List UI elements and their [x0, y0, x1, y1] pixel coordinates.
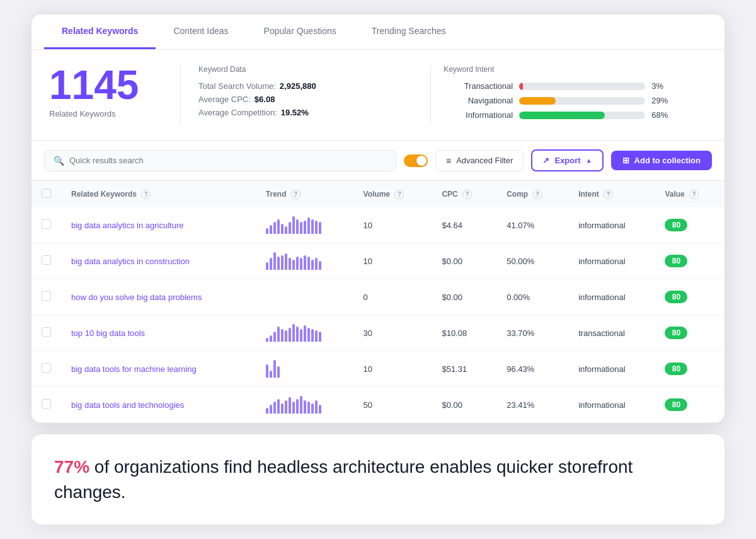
trend-bar: [270, 405, 272, 414]
add-to-collection-button[interactable]: ⊞ Add to collection: [611, 151, 712, 170]
trend-bar: [281, 224, 284, 234]
value-badge: 80: [665, 291, 687, 303]
keyword-intent-block: Keyword Intent Transactional 3% Navigati…: [430, 65, 707, 125]
intent-bar: [519, 97, 556, 105]
advanced-filter-button[interactable]: ≡ Advanced Filter: [435, 150, 524, 171]
trend-bar: [296, 399, 299, 414]
trend-chart: [266, 252, 343, 270]
avg-cpc-label: Average CPC:: [198, 95, 251, 104]
col-volume-label: Volume: [364, 190, 390, 199]
intent-cell: informational: [568, 387, 655, 423]
trend-chart: [266, 324, 343, 342]
trend-bar: [307, 257, 310, 270]
tab-related-keywords[interactable]: Related Keywords: [44, 14, 156, 49]
trend-bar: [266, 228, 268, 234]
value-badge: 80: [665, 362, 687, 375]
trend-chart: [266, 288, 343, 306]
keyword-cell[interactable]: big data tools for machine learning: [61, 351, 256, 387]
trend-bar: [273, 332, 276, 342]
trend-bar: [292, 216, 295, 234]
trend-bar: [315, 330, 318, 342]
row-checkbox-cell: [32, 387, 61, 423]
intent-cell: transactional: [568, 315, 655, 351]
comp-cell: 0.00%: [496, 279, 568, 315]
trend-chart: [266, 216, 343, 234]
trend-bar: [315, 258, 318, 270]
volume-cell: 10: [353, 351, 432, 387]
row-checkbox-cell: [32, 315, 61, 351]
cpc-cell: $0.00: [432, 279, 496, 315]
col-cpc-label: CPC: [442, 190, 457, 199]
col-comp: Comp ?: [496, 181, 568, 207]
filter-toggle[interactable]: [404, 154, 428, 167]
trend-bar: [285, 330, 287, 342]
trend-bar: [273, 222, 276, 234]
export-button[interactable]: ↗ Export ▲: [531, 149, 603, 171]
col-value-help[interactable]: ?: [689, 190, 699, 199]
col-comp-help[interactable]: ?: [533, 190, 542, 199]
intent-pct: 68%: [651, 110, 674, 120]
intent-cell: informational: [568, 207, 655, 243]
col-intent-help[interactable]: ?: [604, 190, 613, 199]
trend-bar: [273, 360, 276, 378]
keyword-intent-title: Keyword Intent: [444, 65, 707, 74]
volume-cell: 10: [353, 207, 432, 243]
add-button-label: Add to collection: [634, 156, 701, 165]
trend-cell: [256, 387, 353, 423]
intent-pct: 29%: [651, 96, 674, 105]
trend-bar: [277, 366, 280, 378]
row-checkbox[interactable]: [42, 363, 51, 373]
row-checkbox[interactable]: [42, 219, 51, 229]
row-checkbox[interactable]: [42, 255, 51, 265]
row-checkbox[interactable]: [42, 291, 51, 301]
row-checkbox[interactable]: [42, 399, 51, 409]
trend-cell: [256, 243, 353, 279]
col-trend-help[interactable]: ?: [291, 190, 301, 199]
col-cpc-help[interactable]: ?: [462, 190, 472, 199]
trend-bar: [289, 328, 291, 342]
tab-content-ideas[interactable]: Content Ideas: [156, 14, 246, 49]
trend-bar: [296, 257, 299, 270]
keyword-count-label: Related Keywords: [49, 109, 163, 119]
trend-bar: [266, 338, 268, 342]
keyword-cell[interactable]: big data tools and technologies: [61, 387, 256, 423]
col-related-keywords-help[interactable]: ?: [141, 190, 151, 199]
col-volume-help[interactable]: ?: [394, 190, 404, 199]
table-row: top 10 big data tools 30 $10.08 33.70% t…: [32, 315, 724, 351]
trend-cell: [256, 351, 353, 387]
trend-bar: [319, 332, 321, 342]
search-input[interactable]: [69, 156, 387, 165]
keyword-data-block: Keyword Data Total Search Volume: 2,925,…: [198, 65, 418, 121]
trend-bar: [307, 328, 310, 342]
intent-bar-bg: [519, 112, 645, 119]
trend-bar: [319, 222, 321, 234]
keyword-cell[interactable]: big data analytics in agriculture: [61, 207, 256, 243]
tab-popular-questions[interactable]: Popular Questions: [246, 14, 354, 49]
row-checkbox[interactable]: [42, 327, 51, 337]
tab-trending-searches[interactable]: Trending Searches: [354, 14, 464, 49]
table-body: big data analytics in agriculture 10 $4.…: [32, 207, 724, 423]
bottom-text: 77% of organizations find headless archi…: [54, 455, 702, 504]
trend-bar: [281, 255, 284, 270]
trend-bar: [273, 252, 276, 270]
search-box[interactable]: 🔍: [44, 150, 396, 171]
col-intent: Intent ?: [568, 181, 655, 207]
col-volume: Volume ?: [353, 181, 432, 207]
cpc-cell: $10.08: [432, 315, 496, 351]
intent-bar-bg: [519, 83, 645, 90]
trend-bar: [270, 225, 272, 234]
trend-cell: [256, 207, 353, 243]
keyword-cell[interactable]: how do you solve big data problems: [61, 279, 256, 315]
avg-competition-value: 19.52%: [281, 108, 309, 117]
select-all-checkbox[interactable]: [42, 188, 51, 198]
trend-bar: [307, 402, 310, 414]
col-value-label: Value: [665, 190, 684, 199]
trend-bar: [296, 327, 299, 342]
keyword-cell[interactable]: big data analytics in construction: [61, 243, 256, 279]
intent-cell: informational: [568, 243, 655, 279]
value-cell: 80: [655, 315, 724, 351]
keyword-cell[interactable]: top 10 big data tools: [61, 315, 256, 351]
trend-chart: [266, 396, 343, 414]
trend-bar: [277, 327, 280, 342]
col-trend-label: Trend: [266, 190, 287, 199]
